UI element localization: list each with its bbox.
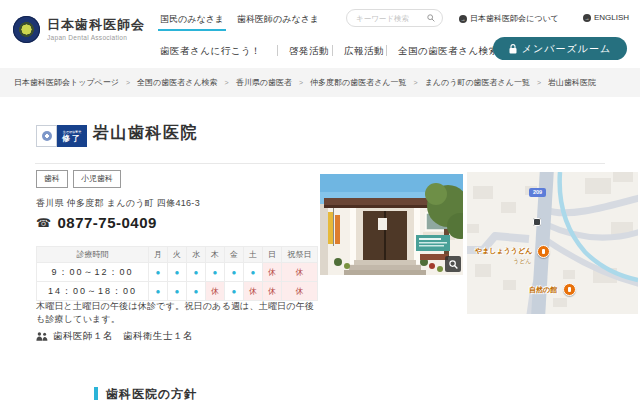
schedule-header-cell: 木 [206,247,225,263]
schedule-time-cell: 9：00～12：00 [37,263,149,282]
clinic-photo[interactable] [320,174,463,275]
phone-icon: ☎ [36,216,51,230]
restaurant-marker-icon[interactable] [537,245,550,258]
breadcrumb-separator: > [225,79,229,86]
schedule-header-cell: 水 [187,247,206,263]
schedule-day-cell: 休 [244,282,263,301]
schedule-header-cell: 金 [225,247,244,263]
link-english[interactable]: → ENGLISH [583,13,629,22]
schedule-day-cell: ● [168,282,187,301]
people-icon [36,332,48,341]
logo-subtitle: Japan Dental Association [47,34,145,41]
breadcrumb-separator: > [537,79,541,86]
schedule-header-cell: 祝祭日 [282,247,318,263]
schedule-day-cell: 休 [263,263,282,282]
schedule-header-cell: 日 [263,247,282,263]
nav-awareness[interactable]: 啓発活動 [289,45,329,58]
schedule-day-cell: ● [225,263,244,282]
badge-emblem-icon [42,131,52,141]
schedule-day-cell: 休 [282,282,318,301]
keyword-search-box[interactable] [346,9,443,27]
schedule-time-cell: 14：00～18：00 [37,282,149,301]
breadcrumb-separator: > [414,79,418,86]
schedule-row-afternoon: 14：00～18：00 ● ● ● 休 ● 休 休 休 [37,282,318,301]
staff-info: 歯科医師１名 歯科衛生士１名 [36,330,193,343]
nav-divider [386,45,387,56]
tag-pediatric-dentistry: 小児歯科 [73,170,121,188]
bus-stop-icon[interactable] [533,218,541,226]
link-about-jda[interactable]: → 日本歯科医師会について [459,13,559,24]
breadcrumb-separator: > [126,79,130,86]
photo-zoom-button[interactable] [445,256,461,272]
breadcrumb: 日本歯科医師会トップページ > 全国の歯医者さん検索 > 香川県の歯医者 > 仲… [0,68,640,97]
schedule-day-cell: ● [206,263,225,282]
phone-number: 0877-75-0409 [57,214,156,231]
nav-divider [332,45,333,56]
nav-divider [277,45,278,56]
badge-program-label: 生涯研修事業 [63,130,82,132]
logo-title: 日本歯科医師会 [47,18,145,32]
arrow-circle-icon: → [459,15,467,23]
nav-dentist-search[interactable]: 全国の歯医者さん検索 [398,45,499,58]
site-logo[interactable]: 日本歯科医師会 Japan Dental Association [13,16,145,43]
schedule-day-cell: ● [149,282,168,301]
location-map[interactable]: 209 やましょううどん うどん 自然の館 [467,172,638,314]
schedule-row-morning: 9：00～12：00 ● ● ● ● ● ● 休 休 [37,263,318,282]
consultation-hours-table: 診療時間 月 火 水 木 金 土 日 祝祭日 9：00～12：00 ● ● ● … [36,246,318,301]
clinic-name-title: 岩山歯科医院 [93,123,198,144]
members-room-button[interactable]: メンバーズルーム [493,37,627,60]
breadcrumb-separator: > [299,79,303,86]
search-icon[interactable] [427,14,435,22]
clinic-address: 香川県 仲多度郡 まんのう町 四條416-3 [36,197,200,210]
place-marker-icon[interactable] [563,283,576,296]
lifelong-training-badge: 生涯研修事業 修了 [36,125,87,147]
breadcrumb-prefecture[interactable]: 香川県の歯医者 [236,77,292,88]
magnifier-icon [449,260,458,269]
section-accent-bar [94,387,98,400]
schedule-day-cell: ● [168,263,187,282]
poi-sublabel-udon: うどん [513,257,531,266]
nav-public-relations[interactable]: 広報活動 [344,45,384,58]
schedule-day-cell: 休 [206,282,225,301]
clinic-phone: ☎ 0877-75-0409 [36,214,157,231]
breadcrumb-town[interactable]: まんのう町の歯医者さん一覧 [425,77,530,88]
tab-dentists[interactable]: 歯科医師のみなさま [237,13,319,26]
clinic-photo-image [320,174,463,275]
breadcrumb-home[interactable]: 日本歯科医師会トップページ [14,77,119,88]
schedule-header-row: 診療時間 月 火 水 木 金 土 日 祝祭日 [37,247,318,263]
tag-dentistry: 歯科 [36,170,68,188]
site-header: 日本歯科医師会 Japan Dental Association 国民のみなさま… [0,0,640,68]
schedule-day-cell: ● [187,282,206,301]
schedule-header-cell: 診療時間 [37,247,149,263]
clinic-policy-section: 歯科医院の方針 [94,386,197,400]
schedule-note: 木曜日と土曜日の午後は休診です。祝日のある週は、土曜日の午後 も診療しています。 [36,300,328,326]
specialty-tags: 歯科 小児歯科 [36,170,121,188]
schedule-day-cell: ● [225,282,244,301]
search-input[interactable] [354,13,426,24]
schedule-header-cell: 火 [168,247,187,263]
badge-completed-label: 修了 [62,135,82,143]
title-divider [35,163,605,164]
breadcrumb-search[interactable]: 全国の歯医者さん検索 [137,77,218,88]
jda-emblem-icon [13,16,40,43]
lock-icon [509,44,517,54]
schedule-day-cell: ● [244,263,263,282]
breadcrumb-current-page: 岩山歯科医院 [548,77,596,88]
arrow-circle-icon: → [583,14,591,22]
nav-go-to-dentist[interactable]: 歯医者さんに行こう！ [160,45,261,58]
schedule-header-cell: 土 [244,247,263,263]
schedule-header-cell: 月 [149,247,168,263]
poi-label-udon-shop[interactable]: やましょううどん [475,246,532,256]
poi-label-shizen-no-yakata[interactable]: 自然の館 [529,285,557,295]
route-209-badge: 209 [529,188,546,197]
breadcrumb-district[interactable]: 仲多度郡の歯医者さん一覧 [310,77,407,88]
section-title: 歯科医院の方針 [106,386,197,400]
schedule-day-cell: ● [187,263,206,282]
tab-citizens[interactable]: 国民のみなさま [160,13,224,26]
schedule-day-cell: ● [149,263,168,282]
schedule-day-cell: 休 [263,282,282,301]
schedule-day-cell: 休 [282,263,318,282]
